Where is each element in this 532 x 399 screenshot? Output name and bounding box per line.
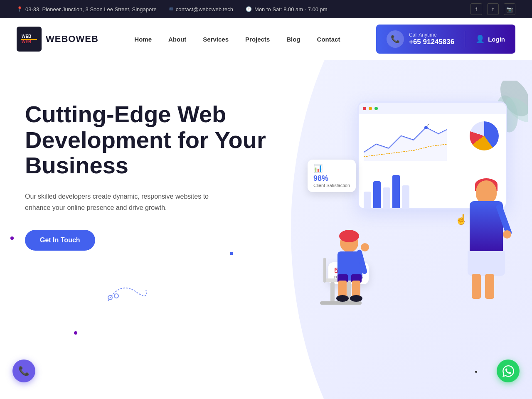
hero-title-line1: Cutting-Edge Web — [25, 101, 226, 127]
main-nav: Home About Services Projects Blog Contac… — [126, 32, 348, 47]
stat-card-1: 📊 98% Client Satisfaction — [308, 160, 356, 192]
hero-title-line2: Development for Your — [25, 127, 266, 153]
hero-title-line3: Business — [25, 152, 128, 178]
location-icon: 📍 — [17, 6, 23, 12]
bar-5 — [402, 185, 409, 208]
svg-text:WEB: WEB — [22, 34, 31, 39]
nav-projects[interactable]: Projects — [237, 32, 278, 47]
svg-text:✓: ✓ — [427, 123, 430, 127]
svg-rect-14 — [320, 301, 362, 305]
nav-contact[interactable]: Contact — [309, 32, 349, 47]
nav-services[interactable]: Services — [195, 32, 237, 47]
call-number: +65 91245836 — [409, 38, 454, 46]
call-info: Call Anytime +65 91245836 — [409, 32, 454, 46]
hero-description: Our skilled developers create dynamic, r… — [25, 191, 224, 213]
person-leg-left — [472, 274, 481, 299]
instagram-icon[interactable]: 📷 — [504, 3, 515, 15]
svg-rect-12 — [330, 282, 335, 303]
pie-chart — [470, 121, 499, 150]
call-label: Call Anytime — [409, 32, 454, 38]
person-head — [476, 180, 497, 203]
line-chart-svg: ✓ — [364, 119, 447, 161]
social-links: f t 📷 — [470, 3, 515, 15]
person-leg-right — [485, 274, 494, 299]
illustration-wrapper: ✓ — [308, 85, 524, 318]
person-illustration: ☝️ — [453, 180, 520, 305]
deco-dot-2 — [230, 252, 233, 255]
logo-icon: WEB WEB — [17, 27, 42, 52]
bar-2 — [373, 181, 381, 208]
bar-4 — [392, 175, 400, 208]
email-text: contact@weboweb.tech — [176, 6, 233, 12]
top-bar: 📍 03-33, Pioneer Junction, 3 Soon Lee St… — [0, 0, 532, 18]
svg-point-23 — [336, 295, 349, 302]
svg-point-26 — [361, 243, 369, 251]
nav-home[interactable]: Home — [126, 32, 160, 47]
svg-rect-21 — [338, 281, 347, 297]
stat-card-label: Client Satisfaction — [313, 183, 350, 188]
header-cta: 📞 Call Anytime +65 91245836 👤 Login — [376, 25, 515, 54]
person-legs — [472, 274, 494, 299]
clock-icon: 🕐 — [246, 6, 252, 12]
svg-point-5 — [114, 294, 118, 298]
phone-icon-circle: 📞 — [387, 30, 404, 48]
person-hand — [503, 230, 511, 239]
hero-section: Cutting-Edge Web Development for Your Bu… — [0, 60, 532, 399]
chair-illustration-svg — [308, 224, 374, 308]
nav-about[interactable]: About — [160, 32, 195, 47]
hero-title: Cutting-Edge Web Development for Your Bu… — [25, 101, 266, 178]
svg-point-17 — [339, 230, 359, 242]
pie-chart-area — [468, 119, 501, 163]
login-button[interactable]: 👤 Login — [465, 25, 515, 54]
login-label: Login — [488, 36, 505, 43]
svg-rect-22 — [352, 281, 360, 297]
svg-rect-15 — [323, 258, 326, 283]
swirl-svg — [104, 276, 154, 309]
hours-text: Mon to Sat: 8.00 am - 7.00 pm — [254, 6, 328, 12]
hero-image: ✓ — [299, 76, 532, 326]
deco-dot-4 — [475, 371, 477, 373]
bar-3 — [383, 187, 390, 208]
call-section: 📞 Call Anytime +65 91245836 — [376, 30, 465, 48]
person-skirt — [468, 251, 505, 276]
logo[interactable]: WEB WEB WEBOWEB — [17, 27, 99, 52]
facebook-icon[interactable]: f — [470, 3, 482, 15]
logo-svg: WEB WEB — [19, 29, 39, 49]
svg-rect-3 — [21, 39, 37, 40]
stat-card-icon: 📊 — [313, 164, 350, 173]
dot-red — [363, 107, 366, 110]
bar-chart-area — [364, 167, 409, 208]
deco-dot-3 — [74, 331, 77, 335]
login-icon: 👤 — [475, 34, 485, 44]
site-header: WEB WEB WEBOWEB Home About Services Proj… — [0, 18, 532, 60]
top-bar-left: 📍 03-33, Pioneer Junction, 3 Soon Lee St… — [17, 6, 328, 12]
dot-yellow — [369, 107, 372, 110]
logo-text: WEBOWEB — [46, 34, 99, 44]
person-pointer: ☝️ — [455, 214, 468, 225]
svg-text:WEB: WEB — [22, 39, 31, 44]
deco-dot-1 — [10, 236, 14, 240]
line-chart-area: ✓ — [364, 119, 463, 163]
chair-person-area — [308, 224, 374, 309]
email-icon: ✉ — [169, 6, 173, 12]
svg-point-24 — [350, 295, 362, 302]
hero-content: Cutting-Edge Web Development for Your Bu… — [25, 93, 266, 251]
hours-info: 🕐 Mon to Sat: 8.00 am - 7.00 pm — [246, 6, 328, 12]
address-info: 📍 03-33, Pioneer Junction, 3 Soon Lee St… — [17, 6, 157, 12]
stat-card-value: 98% — [313, 174, 350, 183]
whatsapp-icon — [502, 365, 514, 377]
swirl-decoration — [104, 276, 154, 311]
monitor-header — [359, 103, 506, 114]
address-text: 03-33, Pioneer Junction, 3 Soon Lee Stre… — [25, 6, 157, 12]
floating-phone-button[interactable]: 📞 — [12, 360, 35, 382]
email-info: ✉ contact@weboweb.tech — [169, 6, 233, 12]
nav-blog[interactable]: Blog — [278, 32, 308, 47]
dot-green — [374, 107, 378, 110]
bar-1 — [364, 192, 371, 208]
cta-button[interactable]: Get In Touch — [25, 230, 95, 251]
twitter-icon[interactable]: t — [487, 3, 499, 15]
whatsapp-button[interactable] — [497, 360, 520, 382]
